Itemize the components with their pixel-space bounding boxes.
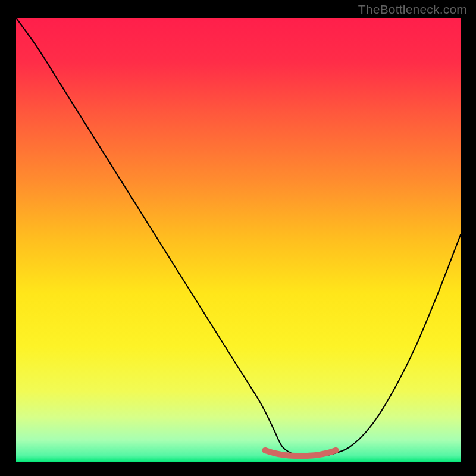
watermark-text: TheBottleneck.com [358, 2, 467, 17]
chart-lines [16, 18, 461, 461]
bottleneck-curve [16, 18, 461, 457]
valley-marker [265, 450, 336, 456]
plot-area [16, 18, 461, 461]
chart-frame: TheBottleneck.com [0, 0, 476, 476]
